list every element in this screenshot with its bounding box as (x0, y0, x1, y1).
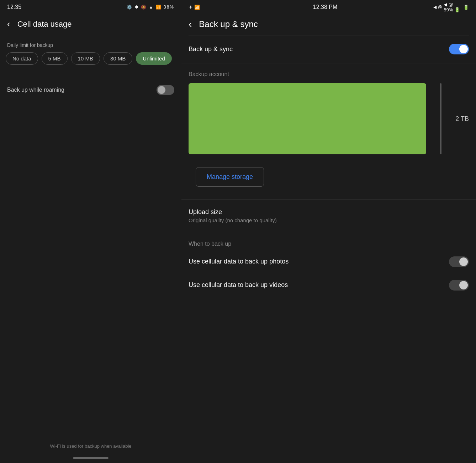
content-right: Back up & sync Backup account 2 TB Manag… (181, 36, 476, 463)
cellular-photos-toggle[interactable] (449, 256, 469, 267)
battery-percent: ◀ @ 59% 🔋 (444, 2, 462, 12)
status-icons-left: ⚙️ ✱ 🔕 ▲ 📶 38% (127, 5, 174, 10)
backup-sync-knob (459, 45, 468, 53)
left-panel: 12:35 ⚙️ ✱ 🔕 ▲ 📶 38% ‹ Cell data usage D… (0, 0, 181, 463)
home-indicator-left (73, 457, 109, 459)
upload-size-group: Upload size Original quality (no change … (181, 201, 476, 230)
cellular-videos-toggle[interactable] (449, 280, 469, 291)
pill-unlimited[interactable]: Unlimited (136, 52, 172, 65)
cellular-videos-knob (459, 281, 468, 289)
divider-left-1 (0, 75, 181, 75)
location-icon: ◀ (433, 5, 437, 10)
battery-icon: 🔋 (463, 5, 469, 10)
status-time-left: 12:35 (7, 4, 21, 10)
circle-icon: @ (438, 5, 442, 10)
roaming-label: Back up while roaming (7, 87, 64, 93)
page-title-right: Back up & sync (199, 19, 258, 29)
pill-30mb[interactable]: 30 MB (104, 52, 132, 65)
network-icons-left: ⚙️ ✱ 🔕 ▲ 📶 38% (127, 5, 174, 10)
backup-sync-row: Back up & sync (181, 36, 476, 62)
status-time-right: 12:38 PM (217, 4, 433, 10)
pill-5mb[interactable]: 5 MB (42, 52, 68, 65)
storage-visual-container: 2 TB (189, 83, 469, 154)
divider-right-2 (181, 199, 476, 200)
manage-storage-button[interactable]: Manage storage (196, 167, 264, 187)
header-right: ‹ Back up & sync (181, 13, 476, 36)
roaming-toggle-knob (158, 86, 165, 94)
right-panel: ✈ 📶 12:38 PM ◀ @ ◀ @ 59% 🔋 🔋 ‹ Back up &… (181, 0, 476, 463)
divider-right-1 (181, 64, 476, 64)
backup-account-label: Backup account (181, 65, 476, 79)
cellular-photos-label: Use cellular data to back up photos (189, 257, 289, 266)
cellular-photos-row: Use cellular data to back up photos (181, 250, 476, 273)
wifi-footer-text: Wi-Fi is used for backup when available (0, 443, 181, 449)
daily-limit-label: Daily limit for backup (0, 35, 181, 52)
header-left: ‹ Cell data usage (0, 13, 181, 35)
page-title-left: Cell data usage (17, 20, 72, 29)
roaming-toggle[interactable] (157, 85, 174, 95)
manage-storage-container: Manage storage (181, 159, 476, 198)
status-icons-right-left: ✈ 📶 (189, 4, 217, 10)
airplane-icon: ✈ (189, 4, 193, 10)
cellular-videos-label: Use cellular data to back up videos (189, 281, 288, 289)
upload-size-sublabel: Original quality (no change to quality) (181, 217, 476, 229)
status-icons-right-right: ◀ @ ◀ @ 59% 🔋 🔋 (433, 2, 469, 12)
when-backup-label: When to back up (181, 234, 476, 250)
status-bar-right: ✈ 📶 12:38 PM ◀ @ ◀ @ 59% 🔋 🔋 (181, 0, 476, 13)
storage-bar-track (440, 83, 441, 154)
upload-size-label: Upload size (181, 203, 476, 217)
storage-size-label: 2 TB (455, 115, 469, 123)
backup-sync-toggle[interactable] (449, 44, 469, 54)
roaming-toggle-row: Back up while roaming (0, 78, 181, 102)
back-button-right[interactable]: ‹ (189, 18, 192, 30)
cellular-videos-row: Use cellular data to back up videos (181, 273, 476, 297)
storage-bar (189, 83, 426, 154)
pill-10mb[interactable]: 10 MB (71, 52, 100, 65)
cellular-photos-knob (459, 257, 468, 266)
pill-no-data[interactable]: No data (6, 52, 38, 65)
divider-right-3 (181, 232, 476, 232)
backup-sync-label: Back up & sync (189, 46, 233, 53)
pill-options: No data 5 MB 10 MB 30 MB Unlimited (0, 52, 181, 72)
wifi-icon: 📶 (194, 5, 200, 10)
status-bar-left: 12:35 ⚙️ ✱ 🔕 ▲ 📶 38% (0, 0, 181, 13)
back-button-left[interactable]: ‹ (7, 18, 10, 30)
